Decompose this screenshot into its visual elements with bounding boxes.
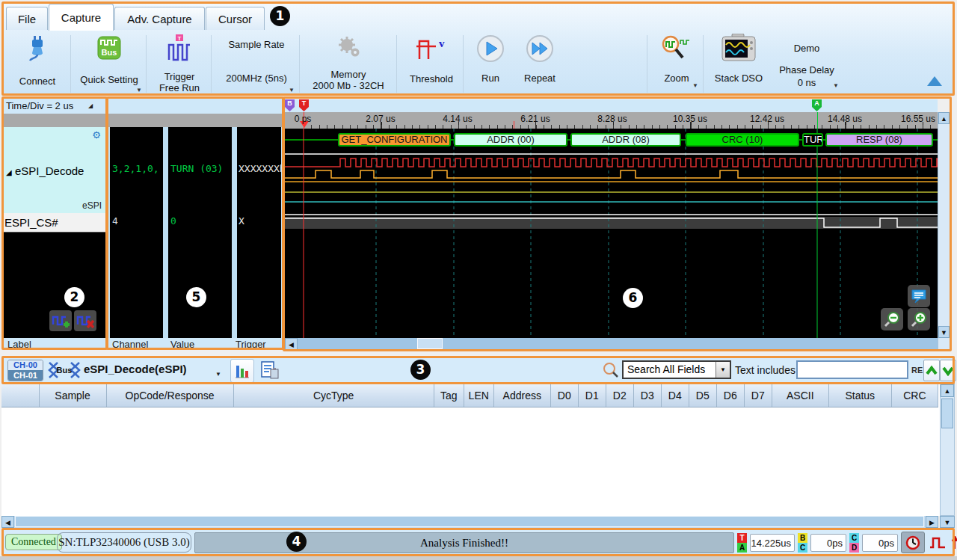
trigger-label-2: Free Run — [151, 82, 208, 93]
header-d3[interactable]: D3 — [633, 384, 661, 407]
scroll-up-icon[interactable]: ▲ — [941, 384, 954, 397]
statistics-button[interactable] — [230, 359, 254, 383]
repeat-button[interactable]: Repeat — [516, 34, 564, 95]
waveform-vscrollbar[interactable]: ▲ ▼ — [938, 112, 950, 350]
espi-decode-group[interactable]: ⚙ ◢ eSPI_Decode eSPI — [1, 127, 105, 214]
time-ruler[interactable]: 0 ps2.07 us4.14 us6.21 us8.28 us10.35 us… — [284, 112, 938, 129]
decode-segment[interactable]: TUR — [802, 133, 823, 147]
header-d5[interactable]: D5 — [689, 384, 716, 407]
marker-flag-b[interactable]: B — [285, 99, 295, 111]
scroll-down-icon[interactable]: ▼ — [940, 516, 955, 528]
waveform-canvas[interactable]: GET_CONFIGURATIONADDR (00)ADDR (08)CRC (… — [284, 129, 938, 338]
decode-segment[interactable]: GET_CONFIGURATION — [338, 133, 451, 147]
expand-triangle-icon[interactable]: ◢ — [6, 168, 12, 176]
bus-icon: Bus — [75, 34, 144, 64]
marker-flag-a[interactable]: A — [812, 99, 822, 111]
hscroll-thumb[interactable] — [15, 516, 924, 527]
connect-button[interactable]: Connect — [10, 34, 64, 95]
search-next-button[interactable] — [940, 360, 956, 381]
remove-waveform-button[interactable] — [74, 310, 96, 331]
table-vscrollbar[interactable]: ▲ — [940, 384, 955, 516]
header-crc[interactable]: CRC — [891, 384, 938, 407]
header-d4[interactable]: D4 — [661, 384, 689, 407]
header-tag[interactable]: Tag — [434, 384, 464, 407]
waveform-panel: BTA 0 ps2.07 us4.14 us6.21 us8.28 us10.3… — [284, 97, 950, 351]
ruler-tick-label: 2.07 us — [366, 114, 395, 124]
header-address[interactable]: Address — [493, 384, 550, 407]
hscroll-thumb[interactable] — [417, 338, 443, 349]
trigger-free-run-button[interactable]: T Trigger Free Run — [151, 34, 208, 95]
memory-button[interactable]: Memory 2000 Mb - 32CH — [304, 34, 393, 95]
tab-cursor[interactable]: Cursor — [206, 7, 265, 30]
waveform-hscrollbar[interactable]: ◀ — [284, 338, 938, 350]
zoom-in-button[interactable] — [908, 308, 930, 330]
decode-segment[interactable]: CRC (10) — [686, 133, 799, 147]
marker-flag-t[interactable]: T — [299, 99, 309, 111]
sample-display-mode-button[interactable] — [928, 533, 947, 553]
scroll-down-icon[interactable]: ▼ — [938, 326, 950, 338]
tab-adv-capture[interactable]: Adv. Capture — [114, 7, 205, 30]
group-protocol-tag: eSPI — [82, 200, 102, 211]
header-cyctype[interactable]: CycType — [233, 384, 434, 407]
gear-icon[interactable]: ⚙ — [92, 129, 101, 141]
decoder-dropdown-caret-icon[interactable]: ▼ — [215, 371, 221, 378]
bar-chart-icon — [234, 363, 250, 379]
chevron-up-icon — [926, 366, 938, 376]
sample-rate-button[interactable]: Sample Rate 200MHz (5ns) ▼ — [217, 34, 296, 95]
header-opcode[interactable]: OpCode/Response — [106, 384, 233, 407]
add-waveform-button[interactable] — [49, 310, 72, 331]
header-d1[interactable]: D1 — [578, 384, 606, 407]
channel-badge: CH-00 CH-01 — [7, 360, 43, 381]
search-scope-select[interactable]: Search All Fields ▼ — [622, 360, 731, 379]
header-status[interactable]: Status — [828, 384, 891, 407]
cs-channel: 4 — [112, 215, 118, 227]
ruler-tick-label: 14.48 us — [828, 114, 862, 124]
header-d2[interactable]: D2 — [606, 384, 633, 407]
collapse-ribbon-button[interactable] — [927, 76, 942, 86]
zoom-out-button[interactable] — [881, 308, 903, 330]
decode-segment[interactable]: RESP (08) — [825, 133, 933, 147]
espi-cs-label[interactable]: ESPI_CS# — [1, 213, 105, 233]
threshold-button[interactable]: v Threshold — [402, 34, 461, 95]
run-button[interactable]: Run — [471, 34, 510, 95]
svg-text:Bus: Bus — [102, 48, 117, 57]
table-hscrollbar[interactable]: ◀ ▶ — [1, 516, 938, 528]
scroll-left-icon[interactable]: ◀ — [285, 338, 298, 350]
search-prev-button[interactable] — [923, 360, 940, 381]
search-icon — [603, 362, 619, 378]
group-trigger: XXXXXXXb — [239, 163, 286, 174]
ruler-tick-label: 0 ps — [295, 114, 312, 124]
search-input[interactable] — [796, 360, 908, 379]
vscroll-thumb[interactable] — [941, 399, 953, 428]
header-sample[interactable]: Sample — [39, 384, 106, 407]
footer-channel: Channel — [112, 339, 148, 350]
decoder-bar: CH-00 CH-01 Bus eSPI_Decode(eSPI) ▼ Sear… — [1, 356, 955, 384]
marker-strip[interactable]: BTA — [284, 99, 938, 112]
comment-button[interactable] — [908, 285, 930, 307]
zoom-button[interactable]: Zoom ▼ — [655, 34, 698, 95]
scroll-up-icon[interactable]: ▲ — [938, 112, 950, 124]
channel-column — [110, 127, 163, 338]
header-ascii[interactable]: ASCII — [772, 384, 828, 407]
timediv-caret-icon: ◢ — [88, 102, 93, 109]
label-footer: Label Channel Value Trigger — [1, 338, 284, 350]
header-d7[interactable]: D7 — [744, 384, 772, 407]
decode-segment[interactable]: ADDR (00) — [454, 133, 567, 147]
header-d6[interactable]: D6 — [716, 384, 744, 407]
transition-display-mode-button[interactable] — [950, 533, 957, 553]
time-display-mode-button[interactable] — [901, 532, 925, 553]
scroll-left-icon[interactable]: ◀ — [1, 516, 14, 528]
timediv-label[interactable]: Time/Div = 2 us — [6, 100, 73, 111]
header-len[interactable]: LEN — [464, 384, 493, 407]
header-d0[interactable]: D0 — [550, 384, 578, 407]
phase-delay-button[interactable]: Demo Phase Delay 0 ns ▼ — [758, 34, 855, 95]
tab-capture[interactable]: Capture — [49, 4, 114, 31]
quick-setting-button[interactable]: Bus Quick Setting ▼ — [75, 34, 144, 95]
decoder-title[interactable]: eSPI_Decode(eSPI) — [84, 363, 187, 375]
decode-segment[interactable]: ADDR (08) — [570, 133, 681, 147]
ruler-tick-label: 16.55 us — [901, 114, 935, 124]
report-button[interactable] — [259, 359, 281, 381]
select-caret-icon[interactable]: ▼ — [716, 362, 730, 378]
scroll-right-icon[interactable]: ▶ — [926, 516, 938, 528]
tab-file[interactable]: File — [6, 7, 48, 30]
